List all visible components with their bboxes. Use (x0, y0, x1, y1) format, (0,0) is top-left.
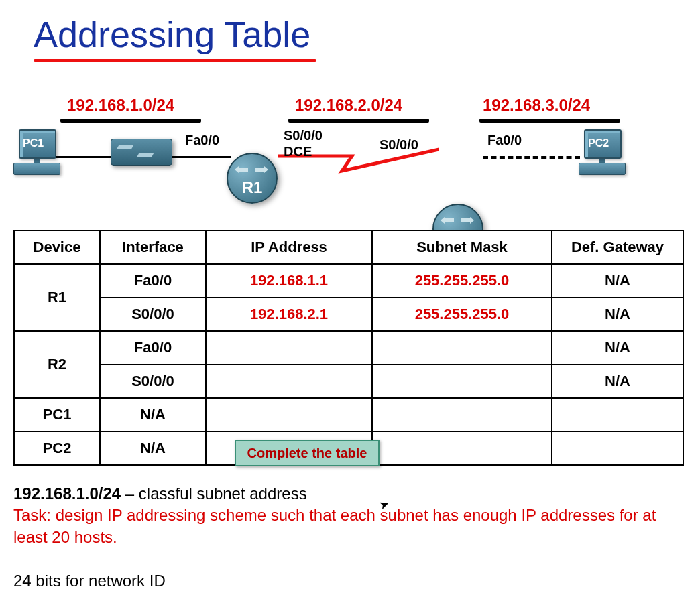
note-bits1: 24 bits for network ID (13, 570, 687, 592)
cell-iface: S0/0/0 (100, 365, 206, 398)
net1-bar (60, 119, 201, 123)
cell-ip (206, 331, 372, 365)
note-classful: 192.168.1.0/24 – classful subnet address (13, 483, 687, 505)
cell-ip (206, 365, 372, 398)
note-classful-text: – classful subnet address (121, 484, 307, 503)
cell-ip: 192.168.2.1 (206, 298, 372, 331)
net1-label: 192.168.1.0/24 (67, 96, 174, 115)
table-row: R2 Fa0/0 N/A (14, 331, 683, 365)
table-row: S0/0/0 N/A (14, 365, 683, 398)
cell-gw: N/A (552, 331, 683, 365)
cell-gw: N/A (552, 298, 683, 331)
note-classful-addr: 192.168.1.0/24 (13, 484, 121, 503)
router-r1-icon: R1 (227, 153, 278, 204)
iface-r2-fa: Fa0/0 (487, 133, 522, 148)
link-r2-pc2 (483, 156, 580, 159)
net3-label: 192.168.3.0/24 (483, 96, 590, 115)
table-row: R1 Fa0/0 192.168.1.1 255.255.255.0 N/A (14, 264, 683, 298)
cell-gw: N/A (552, 264, 683, 298)
cell-mask (372, 432, 552, 465)
cell-mask (372, 398, 552, 432)
cell-mask: 255.255.255.0 (372, 298, 552, 331)
link-pc1-switch (54, 156, 117, 158)
page-title: Addressing Table (34, 13, 310, 59)
table-row: S0/0/0 192.168.2.1 255.255.255.0 N/A (14, 298, 683, 331)
th-interface: Interface (100, 230, 206, 264)
cell-gw (552, 398, 683, 432)
complete-table-callout: Complete the table (235, 440, 380, 466)
net2-bar (288, 119, 429, 123)
th-mask: Subnet Mask (372, 230, 552, 264)
pc2-icon (579, 129, 626, 176)
cell-iface: Fa0/0 (100, 331, 206, 365)
cell-device: PC1 (14, 398, 100, 432)
notes-block: 192.168.1.0/24 – classful subnet address… (13, 483, 687, 595)
iface-r1-s-bot: DCE (284, 144, 312, 159)
iface-r2-s: S0/0/0 (380, 137, 418, 153)
switch-icon (111, 139, 172, 166)
th-ip: IP Address (206, 230, 372, 264)
th-gateway: Def. Gateway (552, 230, 683, 264)
cell-device: PC2 (14, 432, 100, 465)
cell-gw: N/A (552, 365, 683, 398)
th-device: Device (14, 230, 100, 264)
cell-iface: S0/0/0 (100, 298, 206, 331)
addressing-table: Device Interface IP Address Subnet Mask … (13, 230, 684, 466)
cell-device: R1 (14, 264, 100, 331)
cell-device: R2 (14, 331, 100, 398)
iface-r1-s-top: S0/0/0 (284, 128, 323, 143)
topology-diagram: 192.168.1.0/24 192.168.2.0/24 192.168.3.… (13, 96, 687, 203)
pc1-icon (13, 129, 60, 176)
cell-iface: Fa0/0 (100, 264, 206, 298)
cell-gw (552, 432, 683, 465)
net2-label: 192.168.2.0/24 (295, 96, 402, 115)
link-switch-r1 (168, 156, 231, 158)
table-header-row: Device Interface IP Address Subnet Mask … (14, 230, 683, 264)
cell-ip: 192.168.1.1 (206, 264, 372, 298)
cell-iface: N/A (100, 432, 206, 465)
table-row: PC1 N/A (14, 398, 683, 432)
cell-ip (206, 398, 372, 432)
note-bits2: 8 bits for host ID (13, 592, 687, 595)
net3-bar (479, 119, 620, 123)
cell-mask (372, 365, 552, 398)
note-task: Task: design IP addressing scheme such t… (13, 505, 687, 548)
cell-mask (372, 331, 552, 365)
iface-r1-fa: Fa0/0 (185, 133, 219, 148)
cell-mask: 255.255.255.0 (372, 264, 552, 298)
cell-iface: N/A (100, 398, 206, 432)
